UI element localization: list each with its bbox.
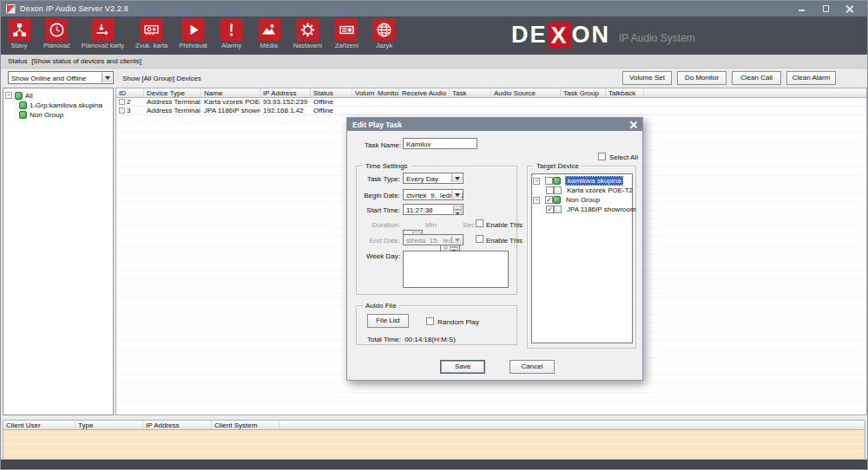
column-header-volume[interactable]: Volume — [352, 88, 375, 97]
dialog-title: Edit Play Task — [352, 121, 402, 129]
target-tree-item-label: kamilova skupina — [566, 177, 622, 185]
device-icon — [119, 99, 125, 105]
dialog-close-icon[interactable] — [629, 121, 637, 128]
toolbar-items: StavyPlánovačPlánovač kartyZvuk. kartaPř… — [6, 18, 397, 49]
chevron-down-icon[interactable] — [451, 191, 462, 199]
column-header-device-type[interactable]: Device Type — [144, 88, 201, 97]
maximize-icon[interactable] — [822, 5, 830, 13]
audio-file-group: Auido File File List Random Play Total T… — [356, 305, 517, 345]
alarm-icon — [220, 18, 243, 41]
toolbar-button-scheduler-clock[interactable]: Plánovač — [43, 18, 70, 49]
column-header-filler — [279, 421, 865, 429]
device-icon — [119, 108, 125, 114]
column-header-ip-address[interactable]: IP Address — [143, 421, 212, 429]
random-play-checkbox[interactable] — [426, 317, 434, 325]
show-filter-dropdown[interactable]: Show Online and Offline — [8, 71, 114, 84]
chevron-down-icon[interactable] — [102, 73, 112, 82]
app-window: Dexon IP Audio Server V2.2.8 StavyPlánov… — [0, 0, 868, 470]
tree-checkbox-checked[interactable]: ✓ — [546, 206, 554, 213]
column-header-type[interactable]: Type — [76, 421, 143, 429]
tree-expander-icon[interactable]: − — [533, 178, 540, 185]
task-type-dropdown[interactable]: Every Day — [403, 173, 464, 184]
column-header-receive-audio[interactable]: Receive Audio — [399, 88, 450, 97]
select-all-checkbox[interactable] — [598, 153, 606, 160]
tree-checkbox[interactable] — [546, 186, 554, 194]
dialog-title-bar[interactable]: Edit Play Task — [347, 118, 642, 131]
table-row[interactable]: 2Address TerminalKarta vzorek POE-T293.9… — [116, 98, 866, 107]
end-date-enable-checkbox[interactable] — [476, 235, 483, 243]
cell — [491, 98, 561, 106]
app-icon — [6, 4, 16, 14]
target-tree-item[interactable]: −✓Non Group — [533, 195, 631, 205]
do-monitor-button[interactable]: Do Monitor — [677, 71, 727, 85]
cell: Karta vzorek POE-T2 — [201, 98, 260, 106]
clean-alarm-button[interactable]: Clean Alarm — [786, 71, 836, 85]
column-header-task-group[interactable]: Task Group — [561, 88, 606, 97]
table-row[interactable]: 3Address TerminalJPA 1186IP showroom192.… — [116, 107, 866, 115]
column-header-name[interactable]: Name — [201, 88, 260, 97]
duration-enable-label: Enable This — [486, 221, 523, 229]
time-settings-group: Time Settings Task Type: Every Day Begin… — [356, 166, 517, 295]
column-header-client-user[interactable]: Client User — [3, 421, 76, 429]
status-text: Status [Show status of devices and clien… — [8, 57, 141, 65]
tree-expander-icon[interactable]: − — [533, 197, 540, 204]
group-tree-item[interactable]: 1-Grp:kamilova skupina — [19, 101, 111, 109]
target-tree-item[interactable]: Karta vzorek POE-T2 — [543, 186, 631, 195]
random-play-label: Random Play — [437, 318, 479, 326]
begin-date-dropdown[interactable]: čtvrtek 9. ledna 20 — [403, 189, 464, 200]
column-header-task[interactable]: Task — [450, 88, 491, 97]
toolbar-button-label: Nastavení — [293, 42, 323, 49]
toolbar-button-settings-gear[interactable]: Nastavení — [293, 18, 323, 49]
cell — [399, 107, 450, 114]
toolbar-button-sound-card[interactable]: Zvuk. karta — [135, 18, 168, 49]
chevron-down-icon[interactable] — [451, 174, 462, 182]
clean-call-button[interactable]: Clean Call — [732, 71, 781, 85]
cancel-button[interactable]: Cancel — [510, 360, 555, 374]
tree-expander-icon[interactable]: − — [5, 92, 12, 99]
cell: Offline — [311, 107, 352, 114]
show-devices-label: Show [All Group] Devices — [122, 75, 201, 82]
column-header-id[interactable]: ID — [116, 88, 144, 97]
duration-enable-checkbox[interactable] — [476, 219, 483, 227]
dexon-logo: DEXON — [511, 22, 610, 49]
week-day-box[interactable] — [403, 251, 509, 288]
toolbar-button-play[interactable]: Přehrávat — [179, 18, 207, 49]
column-header-ip-address[interactable]: IP Address — [260, 88, 311, 97]
file-list-button[interactable]: File List — [367, 314, 409, 328]
column-header-client-system[interactable]: Client System — [212, 421, 279, 429]
group-tree-root[interactable]: −All — [5, 91, 111, 100]
brand-tagline: IP Audio System — [619, 32, 695, 44]
toolbar: StavyPlánovačPlánovač kartyZvuk. kartaPř… — [1, 16, 867, 55]
toolbar-button-label: Jazyk — [376, 42, 392, 49]
group-tree-item[interactable]: Non Group — [19, 110, 111, 119]
start-time-spinner[interactable]: 11:27:38 — [403, 204, 464, 215]
task-name-input[interactable]: Kamiluv — [403, 138, 477, 149]
column-header-status[interactable]: Status — [311, 88, 352, 97]
toolbar-button-card-scheduler[interactable]: Plánovač karty — [82, 18, 124, 49]
toolbar-button-label: Přehrávat — [179, 42, 207, 49]
column-header-talkback[interactable]: Talkback — [606, 88, 644, 97]
toolbar-button-network-status[interactable]: Stavy — [6, 18, 32, 49]
toolbar-button-media[interactable]: Média — [256, 18, 282, 49]
column-header-audio-source[interactable]: Audio Source — [491, 88, 561, 97]
cell: Address Terminal — [144, 107, 201, 114]
cell — [375, 98, 399, 106]
toolbar-button-alarm[interactable]: Alarmy — [219, 18, 245, 49]
audio-file-legend: Auido File — [363, 302, 399, 310]
column-header-monitor[interactable]: Monitor — [375, 88, 399, 97]
volume-set-button[interactable]: Volume Set — [622, 71, 672, 85]
toolbar-button-language-globe[interactable]: Jazyk — [371, 18, 397, 49]
toolbar-button-devices[interactable]: Zařízení — [333, 18, 359, 49]
duration-min-unit: Min — [425, 221, 437, 229]
tree-checkbox-checked[interactable]: ✓ — [545, 196, 553, 204]
target-device-legend: Target Device — [534, 162, 582, 170]
save-button[interactable]: Save — [440, 360, 485, 374]
tree-checkbox[interactable] — [545, 177, 553, 185]
toolbar-button-label: Plánovač karty — [82, 42, 124, 49]
close-icon[interactable] — [845, 5, 853, 13]
minimize-icon[interactable] — [799, 5, 806, 13]
target-tree-item[interactable]: −kamilova skupina — [533, 176, 631, 186]
device-icon — [554, 206, 562, 213]
spinner-arrows-icon[interactable] — [453, 206, 462, 213]
target-tree-item[interactable]: ✓JPA 1186IP showroom — [543, 205, 631, 214]
